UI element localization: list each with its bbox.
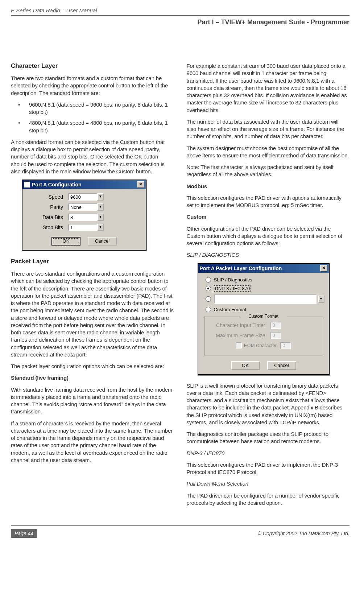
fieldset-legend: Custom Format [247, 314, 280, 319]
subhead-standard: Standard (live framing) [11, 374, 174, 382]
doc-title: E Series Data Radio – User Manual [11, 7, 349, 13]
heading-packet-layer: Packet Layer [11, 258, 174, 265]
dialog-icon [24, 182, 30, 187]
cancel-button[interactable]: Cancel [88, 237, 117, 246]
radio-dnp3[interactable]: DNP-3 / IEC 870 [203, 285, 324, 292]
body-text: There are two standard formats and a cus… [11, 75, 174, 97]
radio-icon [206, 296, 211, 302]
cancel-button[interactable]: Cancel [267, 361, 296, 370]
radio-blank[interactable]: ▼ [203, 294, 324, 304]
radio-label: SLIP / Diagnostics [214, 277, 252, 283]
radio-icon [206, 307, 211, 312]
subhead-modbus: Modbus [187, 183, 350, 190]
parity-dropdown-button[interactable]: ▼ [97, 203, 104, 211]
radio-custom-format[interactable]: Custom Format [203, 307, 324, 312]
heading-character-layer: Character Layer [11, 62, 174, 70]
radio-icon [206, 286, 211, 291]
copyright: © Copyright 2002 Trio DataCom Pty. Ltd. [258, 529, 349, 538]
body-text: For example a constant stream of 300 bau… [187, 62, 350, 114]
stopbits-dropdown-button[interactable]: ▼ [97, 224, 104, 231]
body-text: This selection configures the PAD driver… [187, 194, 350, 209]
stopbits-label: Stop Bits [27, 224, 63, 230]
subhead-dnp3: DNP-3 / IEC870 [187, 450, 350, 457]
body-text: A non-standard format can be selected vi… [11, 139, 174, 175]
list-item: 4800,N,8,1 (data speed = 4800 bps, no pa… [18, 119, 174, 134]
eom-label: EOM Character [244, 343, 277, 348]
right-column: For example a constant stream of 300 bau… [187, 62, 350, 511]
radio-icon [206, 277, 211, 283]
body-text: Note: The first character is always pack… [187, 164, 350, 178]
databits-label: Data Bits [27, 214, 63, 220]
body-text: The packet layer configuration options w… [11, 363, 174, 370]
body-text: If a stream of characters is received by… [11, 420, 174, 464]
speed-input[interactable] [68, 193, 97, 201]
speed-label: Speed [27, 194, 63, 200]
radio-slip[interactable]: SLIP / Diagnostics [203, 277, 324, 283]
radio-label: DNP-3 / IEC 870 [214, 285, 251, 292]
port-a-configuration-dialog: Port A Configuration ✕ Speed ▼ Parit [22, 180, 146, 251]
max-frame-input [270, 332, 281, 339]
close-icon[interactable]: ✕ [320, 265, 327, 272]
subhead-slip: SLIP / DIAGNOSTICS [187, 251, 350, 259]
header-rule [11, 15, 349, 16]
dialog-titlebar[interactable]: Port A Packet Layer Configuration ✕ [198, 264, 329, 273]
eom-input [280, 342, 291, 349]
page-footer: Page 44 © Copyright 2002 Trio DataCom Pt… [11, 525, 349, 538]
body-text: There are two standard configurations an… [11, 270, 174, 358]
left-column: Character Layer There are two standard f… [11, 62, 174, 511]
body-text: This selection configures the PAD driver… [187, 461, 350, 476]
ok-button[interactable]: OK [231, 361, 260, 370]
speed-dropdown-button[interactable]: ▼ [97, 193, 104, 201]
body-text: With standard live framing data received… [11, 386, 174, 416]
subhead-pulldown: Pull Down Menu Selection [187, 480, 350, 487]
char-timer-label: Character Input Timer [207, 322, 265, 328]
subhead-custom: Custom [187, 213, 350, 220]
custom-format-group: Custom Format Character Input Timer Maxi… [204, 317, 323, 355]
dialog-titlebar[interactable]: Port A Configuration ✕ [22, 180, 146, 189]
max-frame-label: Maximum Frame Size [207, 333, 265, 338]
packet-layer-configuration-dialog: Port A Packet Layer Configuration ✕ SLIP… [198, 263, 330, 375]
body-text: The system designer must choose the best… [187, 145, 350, 160]
eom-checkbox [236, 342, 242, 349]
databits-input[interactable] [68, 214, 97, 221]
body-text: The PAD driver can be configured for a n… [187, 492, 350, 507]
body-text: Other configurations of the PAD driver c… [187, 225, 350, 247]
parity-input[interactable] [68, 203, 97, 211]
protocol-dropdown-button[interactable]: ▼ [318, 296, 324, 303]
list-item: 9600,N,8,1 (data speed = 9600 bps, no pa… [18, 101, 174, 116]
part-title: Part I – TVIEW+ Management Suite - Progr… [11, 18, 349, 26]
protocol-input[interactable] [214, 294, 317, 304]
databits-dropdown-button[interactable]: ▼ [97, 214, 104, 221]
body-text: SLIP is a well known protocol for transf… [187, 382, 350, 426]
dialog-title: Port A Packet Layer Configuration [200, 265, 320, 271]
dialog-title: Port A Configuration [32, 182, 137, 187]
radio-label: Custom Format [214, 307, 247, 312]
parity-label: Parity [27, 204, 63, 210]
stopbits-input[interactable] [68, 224, 97, 231]
body-text: The diagnostics controller package uses … [187, 430, 350, 445]
ok-button[interactable]: OK [51, 237, 80, 246]
page-number: Page 44 [11, 529, 37, 538]
char-timer-input [270, 322, 281, 329]
body-text: The number of data bits associated with … [187, 118, 350, 140]
close-icon[interactable]: ✕ [137, 181, 144, 188]
